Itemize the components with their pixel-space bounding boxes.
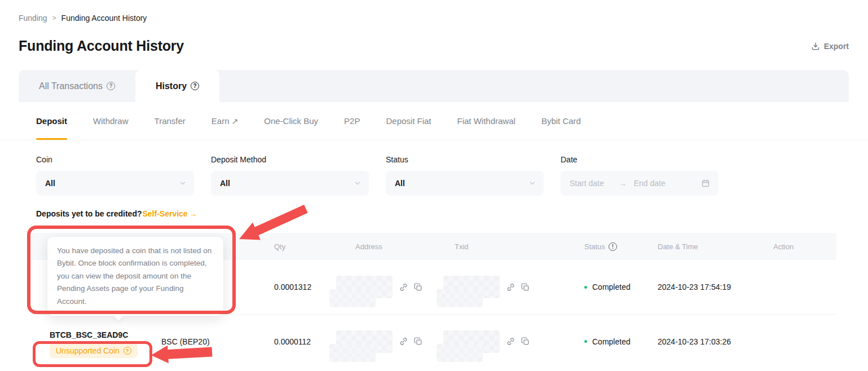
coin-select[interactable]: All [36,171,194,196]
date-filter-label: Date [561,155,719,164]
subtab-bybit-card[interactable]: Bybit Card [541,102,581,140]
status-select-value: All [395,179,405,188]
chain-cell: BSC (BEP20) [161,337,274,346]
subtab-deposit[interactable]: Deposit [36,102,67,140]
status-label: Completed [592,282,631,292]
unsupported-coin-tag[interactable]: Unsupported Coin ? [50,343,138,358]
status-select[interactable]: All [386,171,544,196]
download-icon [811,42,820,51]
subtab-fiat-withdrawal-label: Fiat Withdrawal [457,116,515,126]
table-header-datetime: Date & Time [658,242,773,251]
status-cell: Completed [584,282,658,292]
main-tabs: All Transactions ? History ? [19,70,849,102]
datetime-cell: 2024-10-23 17:54:19 [658,282,773,292]
status-filter-label: Status [386,155,544,164]
breadcrumb-funding[interactable]: Funding [19,14,47,23]
deposit-method-select[interactable]: All [211,171,369,196]
status-label: Completed [592,337,631,346]
copy-icon[interactable] [521,337,530,346]
subtab-earn-label: Earn [212,116,230,126]
explorer-link-icon[interactable] [506,337,515,346]
redacted-txid [443,330,500,353]
self-service-link[interactable]: Self-Service [142,209,187,218]
tab-all-transactions[interactable]: All Transactions ? [19,70,135,102]
filter-coin: Coin All [36,155,194,196]
breadcrumb-separator-icon: > [52,14,56,22]
address-cell [336,330,443,353]
subtab-earn[interactable]: Earn ↗ [212,102,238,140]
help-icon[interactable]: ? [191,82,199,90]
page-title: Funding Account History [19,38,184,54]
copy-icon[interactable] [413,337,423,346]
start-date-placeholder: Start date [570,179,604,188]
pending-deposit-notice: Deposits yet to be credited? Self-Servic… [0,196,868,219]
breadcrumb-current: Funding Account History [61,14,147,23]
redacted-address [336,276,393,298]
subtab-withdraw-label: Withdraw [93,116,129,126]
subtab-one-click-buy[interactable]: One-Click Buy [264,102,318,140]
notice-question: Deposits yet to be credited? [36,209,142,218]
table-header-qty: Qty [274,242,336,251]
status-dot-icon [584,286,587,289]
table-header-action: Action [773,242,836,251]
date-range-input[interactable]: Start date → End date [561,171,719,196]
history-subtabs: Deposit Withdraw Transfer Earn ↗ One-Cli… [0,102,868,140]
explorer-link-icon[interactable] [399,282,408,292]
external-link-icon: ↗ [232,117,239,126]
tab-history-label: History [156,81,187,91]
table-header-address: Address [336,242,443,251]
export-label: Export [824,42,849,51]
status-cell: Completed [584,337,658,346]
explorer-link-icon[interactable] [399,337,408,346]
subtab-one-click-buy-label: One-Click Buy [264,116,318,126]
filter-date: Date Start date → End date [561,155,719,196]
qty-cell: 0.0001312 [274,282,336,292]
subtab-withdraw[interactable]: Withdraw [93,102,129,140]
filters-row: Coin All Deposit Method All Status All D… [0,140,868,196]
table-header-status: Status ! [584,242,658,251]
tab-history[interactable]: History ? [135,70,219,102]
coin-cell: BTCB_BSC_3EAD9C Unsupported Coin ? [32,330,161,358]
funding-history-page: Funding > Funding Account History Fundin… [0,0,868,371]
datetime-cell: 2024-10-23 17:03:26 [658,337,773,346]
title-row: Funding Account History Export [0,23,868,54]
coin-filter-label: Coin [36,155,194,164]
info-icon[interactable]: ! [609,242,617,251]
help-icon[interactable]: ? [107,82,115,90]
subtab-deposit-fiat-label: Deposit Fiat [386,116,431,126]
filter-status: Status All [386,155,544,196]
table-header-txid: Txid [443,242,584,251]
status-dot-icon [584,340,587,343]
coin-name: BTCB_BSC_3EAD9C [50,330,128,339]
table-row: BTCB_BSC_3EAD9C Unsupported Coin ? BSC (… [32,314,836,368]
explorer-link-icon[interactable] [506,282,515,292]
subtab-transfer-label: Transfer [155,116,186,126]
tab-all-transactions-label: All Transactions [39,81,103,91]
deposit-method-select-value: All [220,179,230,188]
chevron-down-icon [354,180,361,187]
coin-select-value: All [45,179,55,188]
unsupported-coin-label: Unsupported Coin [56,346,120,355]
help-icon[interactable]: ? [124,347,131,355]
copy-icon[interactable] [413,282,423,292]
export-button[interactable]: Export [811,42,849,51]
filter-deposit-method: Deposit Method All [211,155,369,196]
redacted-txid [443,276,500,298]
subtab-p2p-label: P2P [344,116,360,126]
redacted-address [336,330,393,353]
address-cell [336,276,443,298]
copy-icon[interactable] [521,282,530,292]
subtab-transfer[interactable]: Transfer [155,102,186,140]
subtab-p2p[interactable]: P2P [344,102,360,140]
chevron-down-icon [179,180,186,187]
arrow-right-icon: → [190,209,197,218]
txid-cell [443,330,584,353]
subtab-fiat-withdrawal[interactable]: Fiat Withdrawal [457,102,515,140]
subtab-bybit-card-label: Bybit Card [541,116,581,126]
breadcrumb: Funding > Funding Account History [0,0,868,23]
calendar-icon [701,179,710,188]
chevron-down-icon [529,180,536,187]
range-arrow-icon: → [619,179,627,188]
subtab-deposit-fiat[interactable]: Deposit Fiat [386,102,431,140]
qty-cell: 0.0000112 [274,337,336,346]
